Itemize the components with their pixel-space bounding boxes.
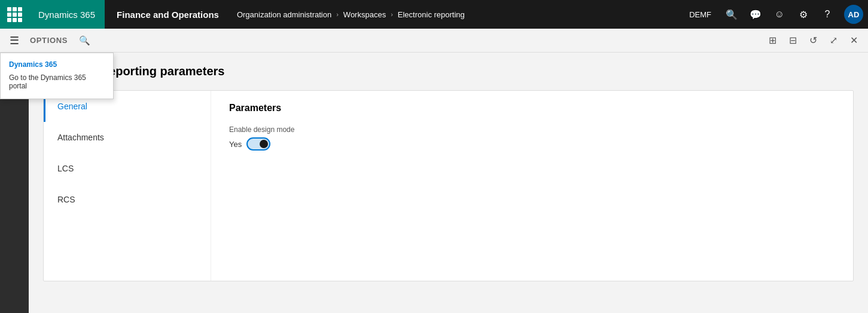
page-title: Electronic reporting parameters	[43, 65, 854, 78]
breadcrumb: Organization administration › Workspaces…	[231, 10, 681, 19]
finance-operations-title: Finance and Operations	[105, 0, 231, 29]
secondary-toolbar: ☰ Dynamics 365 Go to the Dynamics 365 po…	[0, 29, 868, 53]
parameters-content: Parameters Enable design mode Yes	[211, 91, 853, 281]
nav-item-attachments[interactable]: Attachments	[44, 122, 211, 153]
help-button[interactable]: ?	[815, 0, 839, 29]
dynamics365-dropdown: Dynamics 365 Go to the Dynamics 365 port…	[0, 53, 114, 99]
pin-icon[interactable]: ⊞	[763, 31, 782, 50]
design-mode-value: Yes	[229, 140, 242, 149]
design-mode-toggle-container: Yes	[229, 137, 835, 151]
breadcrumb-sep1: ›	[336, 11, 339, 18]
settings-button[interactable]: ⚙	[791, 0, 815, 29]
secondary-search-icon[interactable]: 🔍	[76, 32, 93, 49]
search-button[interactable]: 🔍	[720, 0, 744, 29]
design-mode-field: Enable design mode Yes	[229, 125, 835, 151]
user-avatar[interactable]: AD	[844, 5, 863, 24]
nav-item-lcs[interactable]: LCS	[44, 153, 211, 184]
dynamics365-label: Dynamics 365	[38, 10, 95, 20]
parameters-card: General Attachments LCS RCS Parameters E…	[43, 90, 854, 281]
hamburger-menu-button[interactable]: ☰	[5, 31, 24, 50]
smiley-icon[interactable]: ☺	[768, 0, 791, 29]
portal-link[interactable]: Go to the Dynamics 365 portal	[1, 71, 113, 96]
top-bar-right-icons: DEMF 🔍 💬 ☺ ⚙ ? AD	[681, 0, 868, 29]
office-icon[interactable]: ⊟	[783, 31, 802, 50]
dropdown-title: Dynamics 365	[1, 56, 113, 71]
card-navigation: General Attachments LCS RCS	[44, 91, 211, 281]
toggle-track	[246, 137, 270, 151]
parameters-section-title: Parameters	[229, 103, 835, 113]
breadcrumb-item2[interactable]: Workspaces	[343, 10, 386, 19]
main-layout: Electronic reporting parameters General …	[0, 53, 868, 313]
secondary-right-icons: ⊞ ⊟ ↺ ⤢ ✕	[763, 31, 863, 50]
dynamics365-brand[interactable]: Dynamics 365	[29, 0, 105, 29]
secondary-left: ☰ Dynamics 365 Go to the Dynamics 365 po…	[5, 31, 93, 50]
nav-item-rcs[interactable]: RCS	[44, 184, 211, 215]
environment-label: DEMF	[681, 10, 720, 19]
options-label: OPTIONS	[30, 36, 68, 45]
waffle-menu-button[interactable]	[0, 0, 29, 29]
toggle-thumb	[260, 140, 268, 148]
close-button[interactable]: ✕	[844, 31, 863, 50]
breadcrumb-item1[interactable]: Organization administration	[237, 10, 331, 19]
breadcrumb-sep2: ›	[391, 11, 393, 18]
content-area: Electronic reporting parameters General …	[29, 53, 868, 313]
waffle-icon	[7, 7, 22, 22]
open-new-icon[interactable]: ⤢	[824, 31, 843, 50]
fo-label: Finance and Operations	[117, 10, 219, 20]
breadcrumb-item3[interactable]: Electronic reporting	[398, 10, 465, 19]
design-mode-toggle[interactable]	[246, 137, 270, 151]
top-navigation-bar: Dynamics 365 Finance and Operations Orga…	[0, 0, 868, 29]
chat-icon[interactable]: 💬	[744, 0, 768, 29]
refresh-icon[interactable]: ↺	[803, 31, 823, 50]
design-mode-label: Enable design mode	[229, 125, 835, 134]
